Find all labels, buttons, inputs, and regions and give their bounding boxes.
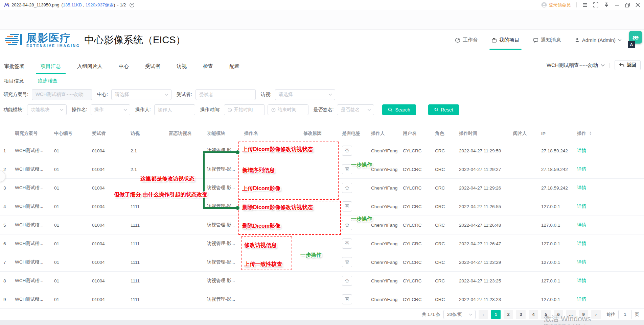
cell-subject: 01004 [92,278,131,283]
module-tab[interactable]: 检查 [202,58,214,74]
table-row: 1WCH测试稽...01010042.1访视管理-影...否Chen/YiFan… [0,142,644,160]
company-name-en: EXTENSIVE IMAGING [26,44,80,48]
cell-ip: 27.18.59.242 [541,185,577,191]
operator-input[interactable] [154,104,195,115]
nav-item[interactable]: 工作台 [455,30,478,50]
translate-widget[interactable]: æ A [628,31,642,48]
signed-select[interactable]: 是否签名 [337,104,374,115]
page-ellipsis[interactable]: ... [566,310,576,319]
end-time-input[interactable]: 结束时间 [268,104,308,115]
fullscreen-icon[interactable] [593,2,598,7]
reset-button[interactable]: ↻ Reset [428,104,459,115]
module-tab[interactable]: 中心 [118,58,130,74]
module-tab[interactable]: 审批签署 [3,58,25,74]
protocol-input[interactable]: WCH测试稽查~~~勿动 [32,89,92,100]
page-size-select[interactable]: 20条/页 [443,310,476,319]
column-header: 角色 [435,130,459,136]
detail-link[interactable]: 详情 [577,278,586,283]
detail-link[interactable]: 详情 [577,222,586,227]
detail-link[interactable]: 详情 [577,167,586,172]
next-page-button[interactable]: › [591,310,601,319]
column-header: 操作人 [371,130,403,136]
restore-icon[interactable] [625,3,630,7]
center-select[interactable]: 请选择 [111,89,171,100]
close-icon[interactable] [636,3,640,7]
module-select[interactable]: 功能模块 [27,104,67,115]
cell-center: 01 [54,223,92,228]
center-filter-label: 中心: [97,92,108,98]
column-header: 研究方案号 [15,130,54,136]
nav-item-label: 通知消息 [541,37,561,43]
cell-esign: 否 [342,294,371,304]
cell-role: CRC [435,297,459,302]
page-button[interactable]: 4 [529,310,538,319]
cell-module: 访视管理-影... [207,166,244,172]
minimize-icon[interactable] [615,3,619,7]
chevron-down-icon [601,64,605,67]
detail-link[interactable]: 详情 [577,241,586,246]
back-button[interactable]: 返回 [615,60,641,70]
nav-item[interactable]: 通知消息 [533,30,561,50]
column-header[interactable]: 操作 ▲▼ [577,130,641,136]
pin-icon[interactable] [604,2,609,7]
page-button[interactable]: 2 [504,310,513,319]
cell-ip: 27.18.59.242 [541,167,577,172]
start-time-input[interactable]: 开始时间 [224,104,265,115]
module-tab[interactable]: 访视 [176,58,187,74]
page-button[interactable]: 1 [491,310,501,319]
search-button[interactable]: Search [382,104,416,115]
goto-page-input[interactable] [618,310,632,319]
esign-badge: 否 [342,276,352,286]
detail-link[interactable]: 详情 [577,148,586,153]
cell-ip: 127.0.0.1 [541,260,577,265]
nav-item[interactable]: 我的项目 [491,30,520,50]
menu-icon[interactable] [582,3,588,7]
sort-icon[interactable]: ▲▼ [589,131,592,135]
cell-protocol: WCH测试稽... [15,203,54,209]
cell-time: 2022-04-27 11:29:26 [459,185,513,191]
column-header: IP [541,131,577,136]
module-tab[interactable]: 受试者 [144,58,161,74]
cell-username: CYLCRC [403,241,435,246]
cell-esign: 否 [342,164,371,174]
sub-tab[interactable]: 项目信息 [4,78,24,84]
chevron-down-icon [60,109,64,111]
cell-subject: 01004 [92,260,131,265]
filter-row-1: 研究方案号: WCH测试稽查~~~勿动 中心: 请选择 受试者: 访视: 请选择 [0,88,644,102]
project-selector[interactable]: WCH测试稽查~~~勿动 [547,62,605,69]
page-button[interactable]: 3 [516,310,526,319]
detail-link[interactable]: 详情 [577,204,586,209]
page-button[interactable]: 6 [554,310,563,319]
chevron-down-icon [328,94,332,96]
detail-link[interactable]: 详情 [577,259,586,265]
webpage-screenshot: 展影医疗 EXTENSIVE IMAGING 中心影像系统（EICS） 工作台我… [0,10,644,325]
login-member-link[interactable]: 登录领会员 [541,2,571,8]
module-tab[interactable]: 配置 [229,58,240,74]
cell-center: 01 [54,167,92,172]
page-unit-label: 页 [635,311,639,318]
operator-filter-label: 操作人: [135,107,151,113]
cell-operator: Chen/YiFang [371,260,403,265]
subject-input[interactable] [196,89,256,100]
prev-page-button[interactable]: ‹ [479,310,488,319]
detail-link[interactable]: 详情 [577,185,586,190]
cell-username: CYLCRC [403,223,435,228]
company-logo-icon [5,33,23,47]
cell-idx: 8 [0,278,15,283]
detail-link[interactable]: 详情 [577,297,586,302]
cell-module: 访视管理-影... [207,148,244,154]
column-header: 功能模块 [207,130,244,136]
sub-tab[interactable]: 痕迹稽查 [38,78,58,84]
page-button[interactable]: 9 [579,310,588,319]
cell-subject: 01004 [92,167,131,172]
upload-icon[interactable] [129,2,135,8]
module-tab[interactable]: 入组阅片人 [76,58,103,74]
cell-esign: 否 [342,183,371,193]
page-button[interactable]: 5 [541,310,551,319]
operation-select[interactable]: 操作 [91,104,130,115]
cell-protocol: WCH测试稽... [15,241,54,247]
visit-select[interactable]: 请选择 [275,89,335,100]
cell-idx: 5 [0,223,15,228]
nav-item[interactable]: Admin (Admin) [575,30,622,50]
module-tab[interactable]: 项目汇总 [40,58,62,74]
